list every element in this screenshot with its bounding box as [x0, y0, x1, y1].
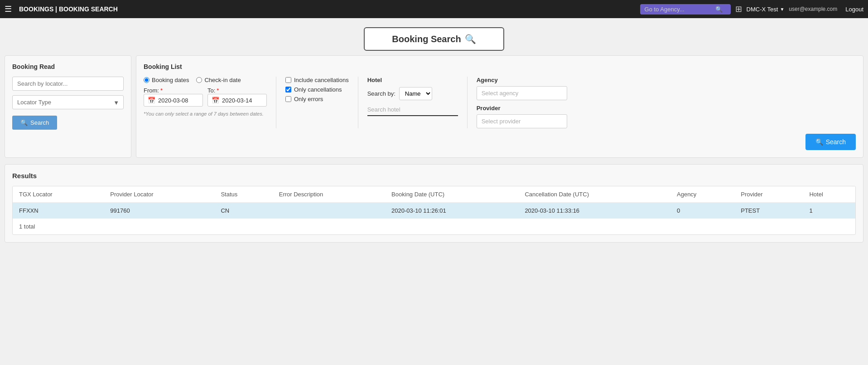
navbar: ☰ BOOKINGS | BOOKING SEARCH 🔍 ⊞ DMC-X Te… [0, 0, 868, 18]
booking-list-title: Booking List [144, 63, 856, 70]
cb-include-cancellations[interactable]: Include cancellations [285, 77, 349, 83]
filter-row-1: Booking dates Check-in date From: * [144, 77, 856, 128]
table-header-row: TGX Locator Provider Locator Status Erro… [13, 186, 855, 203]
search-btn-row: 🔍 Search [144, 134, 856, 150]
user-email: user@example.com [789, 6, 837, 12]
table-header: TGX Locator Provider Locator Status Erro… [13, 186, 855, 203]
locator-type-select[interactable]: Locator Type [12, 95, 124, 109]
provider-select[interactable]: Select provider [477, 114, 567, 128]
dmc-label: DMC-X Test [747, 6, 778, 13]
results-title: Results [12, 172, 856, 180]
radio-checkin-date[interactable]: Check-in date [196, 77, 241, 83]
provider-select-wrapper: Select provider [477, 114, 567, 128]
search-icon: 🔍 [815, 138, 823, 146]
cb-only-errors[interactable]: Only errors [285, 96, 349, 102]
col-provider-locator: Provider Locator [104, 186, 214, 203]
search-button-label: Search [826, 138, 846, 146]
date-range-note: *You can only select a range of 7 days b… [144, 111, 267, 117]
agency-group: Agency Select agency [477, 77, 567, 100]
radio-group: Booking dates Check-in date [144, 77, 267, 83]
divider-3 [467, 77, 468, 128]
search-by-row: Search by: Name Code [367, 87, 458, 100]
to-date-group: To: * 📅 [207, 87, 267, 107]
cell-booking-date: 2020-03-10 11:26:01 [385, 203, 518, 219]
header-search-icon: 🔍 [465, 34, 476, 44]
cell-status: CN [214, 203, 272, 219]
calendar-icon: 📅 [212, 97, 219, 104]
divider-1 [276, 77, 276, 128]
cell-provider: PTEST [734, 203, 803, 219]
locator-type-wrapper: Locator Type ▼ [12, 95, 124, 109]
cell-hotel: 1 [803, 203, 855, 219]
booking-read-panel: Booking Read Locator Type ▼ 🔍 Search [5, 55, 131, 158]
col-cancellation-date: Cancellation Date (UTC) [518, 186, 670, 203]
cell-provider-locator: 991760 [104, 203, 214, 219]
search-by-select[interactable]: Name Code [399, 87, 432, 100]
col-booking-date: Booking Date (UTC) [385, 186, 518, 203]
to-date-input[interactable] [222, 97, 263, 104]
agency-search-input[interactable] [645, 6, 713, 13]
col-hotel: Hotel [803, 186, 855, 203]
logout-button[interactable]: Logout [845, 6, 863, 13]
hotel-title: Hotel [367, 77, 458, 83]
dmc-chevron-icon: ▼ [780, 7, 784, 12]
hotel-search-input[interactable] [367, 104, 458, 116]
cell-agency: 0 [670, 203, 734, 219]
page-header-box: Booking Search 🔍 [364, 27, 504, 51]
table-row[interactable]: FFXXN 991760 CN 2020-03-10 11:26:01 2020… [13, 203, 855, 219]
search-icon: 🔍 [715, 6, 723, 13]
col-provider: Provider [734, 186, 803, 203]
calendar-icon: 📅 [148, 97, 155, 104]
booking-list-panel: Booking List Booking dates Check-in date [136, 55, 863, 158]
results-section: Results TGX Locator Provider Locator Sta… [5, 164, 863, 243]
col-tgx-locator: TGX Locator [13, 186, 104, 203]
dmc-selector[interactable]: DMC-X Test ▼ [747, 6, 785, 13]
from-date-group: From: * 📅 [144, 87, 203, 107]
agency-provider-section: Agency Select agency Provider Select pro… [477, 77, 567, 128]
col-error-description: Error Description [273, 186, 385, 203]
divider-2 [358, 77, 358, 128]
from-date-input[interactable] [158, 97, 199, 104]
booking-read-title: Booking Read [12, 63, 124, 70]
from-label: From: * [144, 87, 203, 94]
cell-tgx-locator: FFXXN [13, 203, 104, 219]
table-body: FFXXN 991760 CN 2020-03-10 11:26:01 2020… [13, 203, 855, 219]
grid-icon[interactable]: ⊞ [735, 4, 742, 14]
hotel-section: Hotel Search by: Name Code [367, 77, 458, 116]
agency-label: Agency [477, 77, 567, 83]
cb-only-cancellations[interactable]: Only cancellations [285, 86, 349, 93]
page-title: Booking Search [392, 34, 461, 44]
main-content: Booking Read Locator Type ▼ 🔍 Search Boo… [0, 55, 868, 158]
provider-label: Provider [477, 105, 567, 112]
to-date-wrapper[interactable]: 📅 [207, 94, 267, 107]
checkbox-group: Include cancellations Only cancellations… [285, 77, 349, 102]
cell-error-description [273, 203, 385, 219]
from-date-wrapper[interactable]: 📅 [144, 94, 203, 107]
agency-select[interactable]: Select agency [477, 86, 567, 100]
results-table: TGX Locator Provider Locator Status Erro… [13, 186, 855, 219]
booking-list-search-button[interactable]: 🔍 Search [805, 134, 856, 150]
search-icon: 🔍 [20, 119, 28, 126]
radio-booking-dates[interactable]: Booking dates [144, 77, 189, 83]
cell-cancellation-date: 2020-03-10 11:33:16 [518, 203, 670, 219]
booking-read-search-button[interactable]: 🔍 Search [12, 116, 57, 130]
col-agency: Agency [670, 186, 734, 203]
date-filter-group: Booking dates Check-in date From: * [144, 77, 267, 117]
to-label: To: * [207, 87, 267, 94]
results-table-wrapper: TGX Locator Provider Locator Status Erro… [12, 186, 856, 235]
navbar-title: BOOKINGS | BOOKING SEARCH [19, 5, 118, 13]
menu-icon[interactable]: ☰ [5, 4, 12, 14]
col-status: Status [214, 186, 272, 203]
search-by-label: Search by: [367, 90, 395, 97]
page-header: Booking Search 🔍 [0, 27, 868, 51]
date-range-group: From: * 📅 To: * [144, 87, 267, 107]
agency-search-box[interactable]: 🔍 [640, 4, 731, 15]
search-button-label: Search [30, 119, 49, 126]
provider-group: Provider Select provider [477, 105, 567, 128]
locator-search-input[interactable] [12, 77, 124, 91]
results-total: 1 total [13, 219, 855, 234]
agency-select-wrapper: Select agency [477, 86, 567, 100]
